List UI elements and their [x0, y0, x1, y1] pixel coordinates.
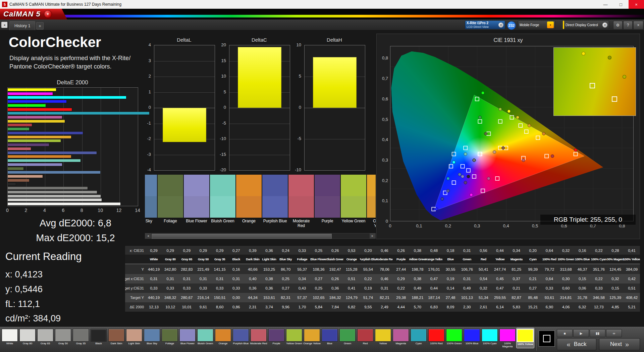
close-button[interactable]: × — [629, 0, 644, 9]
table-cell: 0,19 — [442, 274, 459, 283]
gridline — [154, 61, 215, 61]
column-header: Orange Yellow — [426, 255, 442, 263]
next-button[interactable]: Next » — [599, 338, 640, 350]
scroll-left-icon[interactable]: ◄ — [145, 233, 151, 238]
table-row: Target y:CIE310,330,330,330,330,330,330,… — [125, 283, 640, 293]
patch-button-label: Orange Yellow — [303, 342, 321, 345]
patch-button-label: Blue Sky — [147, 342, 157, 345]
patch-button-cyan[interactable]: Cyan — [410, 328, 427, 348]
table-cell: 93,61 — [541, 293, 557, 302]
scrollbar-track[interactable] — [151, 233, 370, 238]
play-button[interactable]: ▶ — [573, 329, 589, 337]
patch-button-100-blue[interactable]: 100% Blue — [463, 328, 481, 348]
patch-button-red[interactable]: Red — [357, 328, 374, 348]
current-reading-title: Current Reading — [5, 251, 82, 263]
patch-button-gray-65[interactable]: Gray 65 — [37, 328, 54, 348]
tab-nav-arrow-button[interactable]: ◂ — [1, 22, 7, 28]
pause-button[interactable]: ▮▮ — [590, 329, 605, 337]
patch-button-100-yellow[interactable]: 100% Yellow — [517, 328, 534, 348]
table-header-row: WhiteGray 80Gray 65Gray 50Gray 35BlackDa… — [125, 255, 640, 263]
patch-button-gray-80[interactable]: Gray 80 — [19, 328, 36, 348]
axis-tick-label: -5 — [222, 121, 226, 126]
table-cell: 51,34 — [475, 293, 492, 302]
chevron-down-icon[interactable]: ▾ — [547, 21, 554, 28]
patch-button-blue-sky[interactable]: Blue Sky — [143, 328, 161, 348]
toolbar-divider — [536, 328, 536, 351]
chevron-down-icon[interactable]: ▾ — [498, 23, 503, 28]
logo-menu-button[interactable]: ▼ — [44, 10, 52, 18]
patch-button-gray-50[interactable]: Gray 50 — [54, 328, 72, 348]
patch-button-gray-35[interactable]: Gray 35 — [72, 328, 90, 348]
scrollbar-thumb[interactable] — [152, 234, 332, 239]
patch-button-dark-skin[interactable]: Dark Skin — [108, 328, 125, 348]
patch-button-white[interactable]: White — [1, 328, 18, 348]
patch-button-foliage[interactable]: Foliage — [161, 328, 178, 348]
table-cell: 0,46 — [376, 274, 393, 283]
patch-button-black[interactable]: Black — [90, 328, 107, 348]
chevron-down-icon[interactable]: ▾ — [602, 23, 607, 28]
column-header: Red — [475, 255, 492, 263]
patch-button-100-green[interactable]: 100% Green — [445, 328, 463, 348]
patch-color-swatch — [464, 329, 480, 342]
patch-button-light-skin[interactable]: Light Skin — [125, 328, 143, 348]
help-icon[interactable]: ? — [623, 21, 633, 30]
table-cell: 0,00 — [228, 293, 245, 302]
pattern-source-button[interactable]: Mobile Forge ▾ — [518, 20, 555, 29]
table-cell: 12,73 — [591, 302, 607, 312]
table-cell: 0,48 — [426, 246, 442, 255]
swatch-measured-color — [145, 196, 157, 218]
patch-button-purple[interactable]: Purple — [268, 328, 285, 348]
table-cell: 150,51 — [212, 293, 228, 302]
tab-history-1[interactable]: History 1 — [9, 21, 35, 30]
swatch-scrollbar[interactable]: ◄ ► — [145, 233, 376, 239]
table-cell: 0,49 — [409, 283, 426, 293]
de2000-bar — [8, 151, 97, 154]
pattern-window-button[interactable] — [539, 331, 555, 347]
add-tab-button[interactable]: + — [36, 22, 44, 30]
table-row: Target Y440,19348,32280,67216,14150,510,… — [125, 293, 640, 302]
patch-button-purplish-blue[interactable]: Purplish Blue — [232, 328, 250, 348]
patch-button-label: Moderate Red — [250, 342, 267, 345]
axis-tick-label: 2 — [25, 208, 28, 213]
patch-button-yellow[interactable]: Yellow — [374, 328, 392, 348]
back-button[interactable]: « Back — [557, 338, 596, 350]
patch-button-100-red[interactable]: 100% Red — [428, 328, 445, 348]
table-cell: 10,01 — [178, 302, 195, 312]
patch-button-blue[interactable]: Blue — [321, 328, 338, 348]
patch-button-100-cyan[interactable]: 100% Cyan — [481, 328, 498, 348]
display-control-button[interactable]: Direct Display Control ▾ — [563, 20, 609, 29]
table-cell: 0,33 — [591, 283, 607, 293]
patch-button-bluish-green[interactable]: Bluish Green — [197, 328, 214, 348]
column-header: 100% Cyan — [591, 255, 607, 263]
patch-button-magenta[interactable]: Magenta — [392, 328, 410, 348]
meter-selector-button[interactable]: X-Rite i1Pro 2 LCD Direct View ▾ — [465, 20, 505, 29]
table-cell: 0,41 — [624, 246, 640, 255]
patch-button-100-magenta[interactable]: 100% Magenta — [499, 328, 516, 348]
scroll-right-icon[interactable]: ► — [370, 233, 375, 238]
description-line: Display analysis is performed with the X… — [9, 55, 130, 62]
patch-button-blue-flower[interactable]: Blue Flower — [179, 328, 196, 348]
patch-button-yellow-green[interactable]: Yellow Green — [285, 328, 303, 348]
table-cell: 0,27 — [277, 283, 294, 293]
patch-button-orange[interactable]: Orange — [214, 328, 232, 348]
patch-button-orange-yellow[interactable]: Orange Yellow — [303, 328, 321, 348]
swatch-item: Bluish Green — [210, 175, 235, 232]
patch-button-moderate-red[interactable]: Moderate Red — [250, 328, 267, 348]
stop-button[interactable]: ■ — [557, 329, 573, 337]
delta-bar — [238, 47, 281, 108]
table-row: ΔE 200012,1310,1210,019,618,600,862,313,… — [125, 302, 640, 312]
minimize-button[interactable]: — — [598, 0, 613, 9]
patch-button-label: 100% Red — [430, 342, 442, 345]
table-cell: 0,64 — [541, 274, 557, 283]
swatch-target-color — [367, 175, 376, 196]
exit-icon[interactable]: × — [633, 21, 643, 30]
de2000-bar — [8, 120, 65, 123]
swatch-label: Orange — [236, 218, 262, 232]
table-cell: 102,65 — [310, 293, 327, 302]
maximize-button[interactable]: □ — [613, 0, 629, 9]
loop-button[interactable]: ∞ — [606, 329, 622, 337]
gridline — [305, 108, 365, 108]
table-cell: 27,48 — [442, 293, 459, 302]
patch-button-green[interactable]: Green — [339, 328, 356, 348]
settings-gear-icon[interactable]: ⚙ — [613, 21, 623, 30]
